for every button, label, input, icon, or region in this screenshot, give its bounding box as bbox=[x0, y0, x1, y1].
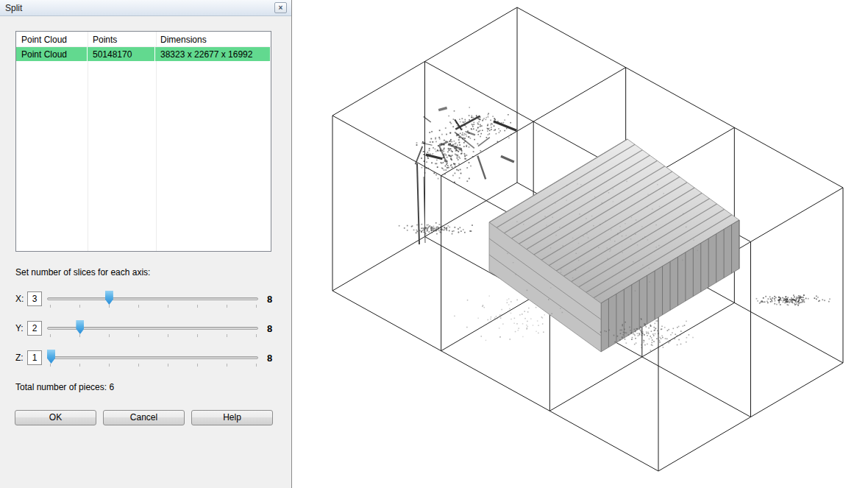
tick-marks bbox=[50, 364, 257, 367]
table-body: Point Cloud5014817038323 x 22677 x 16992 bbox=[16, 47, 271, 61]
x-value-input[interactable] bbox=[27, 291, 42, 306]
x-max-label: 8 bbox=[267, 294, 272, 305]
point-cloud-table: Point CloudPointsDimensions Point Cloud5… bbox=[15, 31, 271, 252]
column-header-points[interactable]: Points bbox=[88, 32, 155, 46]
tick-marks bbox=[50, 305, 257, 308]
z-slider-track[interactable] bbox=[47, 356, 258, 359]
help-button[interactable]: Help bbox=[191, 410, 273, 425]
x-slider[interactable] bbox=[47, 289, 258, 308]
table-header: Point CloudPointsDimensions bbox=[16, 32, 271, 47]
z-max-label: 8 bbox=[267, 353, 272, 364]
split-dialog: Split × Point CloudPointsDimensions Poin… bbox=[0, 0, 292, 488]
close-icon: × bbox=[279, 4, 283, 12]
table-cell: Point Cloud bbox=[16, 47, 88, 61]
x-slider-row: X:8 bbox=[15, 289, 291, 308]
point-cloud-truck bbox=[489, 139, 739, 352]
close-button[interactable]: × bbox=[274, 2, 287, 13]
z-slider-row: Z:8 bbox=[15, 348, 291, 367]
column-header-point-cloud[interactable]: Point Cloud bbox=[16, 32, 88, 46]
x-slider-thumb[interactable] bbox=[105, 291, 113, 305]
point-cloud-scene bbox=[292, 0, 868, 488]
dialog-titlebar[interactable]: Split × bbox=[0, 0, 291, 16]
dialog-title: Split bbox=[5, 3, 274, 13]
table-cell: 38323 x 22677 x 16992 bbox=[155, 47, 271, 61]
tick-marks bbox=[50, 334, 257, 337]
column-header-dimensions[interactable]: Dimensions bbox=[155, 32, 271, 46]
x-slider-track[interactable] bbox=[47, 297, 258, 300]
y-max-label: 8 bbox=[267, 323, 272, 334]
total-pieces-label: Total number of pieces: 6 bbox=[15, 382, 291, 392]
table-cell: 50148170 bbox=[88, 47, 155, 61]
y-slider[interactable] bbox=[47, 319, 258, 338]
slice-sliders: X:8Y:8Z:8 bbox=[15, 289, 291, 367]
z-slider-thumb[interactable] bbox=[47, 350, 55, 364]
z-slider[interactable] bbox=[47, 348, 258, 367]
z-value-input[interactable] bbox=[27, 350, 42, 365]
slices-label: Set number of slices for each axis: bbox=[15, 267, 291, 277]
column-separator bbox=[88, 32, 88, 251]
ok-button[interactable]: OK bbox=[15, 410, 96, 425]
y-value-input[interactable] bbox=[27, 321, 42, 336]
x-axis-label: X: bbox=[15, 294, 27, 304]
z-axis-label: Z: bbox=[15, 353, 27, 363]
y-slider-thumb[interactable] bbox=[76, 320, 84, 334]
column-separator bbox=[156, 32, 157, 251]
y-slider-row: Y:8 bbox=[15, 319, 291, 338]
table-row[interactable]: Point Cloud5014817038323 x 22677 x 16992 bbox=[16, 47, 271, 61]
application-window: Split × Point CloudPointsDimensions Poin… bbox=[0, 0, 868, 488]
dialog-buttons: OKCancelHelp bbox=[15, 410, 291, 425]
y-axis-label: Y: bbox=[15, 323, 27, 333]
cancel-button[interactable]: Cancel bbox=[103, 410, 185, 425]
3d-viewport[interactable] bbox=[292, 0, 868, 488]
